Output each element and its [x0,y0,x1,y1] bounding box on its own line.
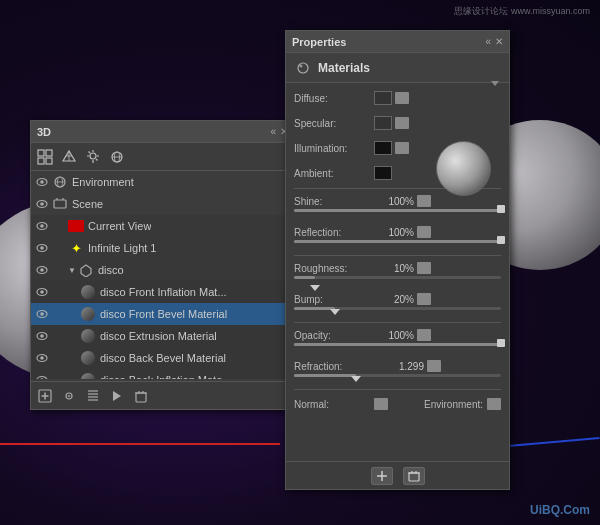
toolbar-light-icon[interactable] [85,149,101,165]
toolbar-mesh-icon[interactable] [61,149,77,165]
layer-current-view-label: Current View [88,220,151,232]
properties-close[interactable]: ✕ [495,36,503,47]
eye-disco-bi[interactable] [35,373,49,379]
properties-controls: « ✕ [485,36,503,47]
refraction-slider-track[interactable] [294,374,501,377]
toolbar-env-icon[interactable] [109,149,125,165]
diffuse-folder[interactable] [395,92,409,104]
shine-folder[interactable] [417,195,431,207]
svg-point-30 [40,246,44,250]
normal-label: Normal: [294,399,374,410]
shine-value: 100% [374,196,414,207]
eye-current-view[interactable] [35,219,49,233]
svg-point-37 [40,312,44,316]
btn-add-light[interactable] [37,388,53,404]
opacity-label: Opacity: [294,330,374,341]
environment-icon [52,174,68,190]
eye-disco-bb[interactable] [35,351,49,365]
panel-properties: Properties « ✕ Materials Diffuse: [285,30,510,490]
eye-disco[interactable] [35,263,49,277]
opacity-slider-track[interactable] [294,343,501,346]
roughness-value: 10% [374,263,414,274]
svg-marker-33 [81,265,91,277]
prop-delete-btn[interactable] [403,467,425,485]
environment-label: Environment: [424,399,483,410]
ambient-swatch[interactable] [374,166,392,180]
illumination-swatch[interactable] [374,141,392,155]
svg-line-13 [96,159,98,161]
properties-collapse[interactable]: « [485,36,491,47]
shine-slider-track[interactable] [294,209,501,212]
specular-folder[interactable] [395,117,409,129]
btn-animate[interactable] [109,388,125,404]
refraction-row: Refraction: 1.299 [294,360,501,372]
shine-section: Shine: 100% [286,193,509,218]
normal-folder[interactable] [374,398,388,410]
layer-infinite-light-1[interactable]: ✦ Infinite Light 1 [31,237,294,259]
btn-scene-settings[interactable] [61,388,77,404]
btn-mesh-settings[interactable] [85,388,101,404]
logo-watermark: UiBQ.Com [530,503,590,517]
preview-dropdown[interactable] [491,81,499,86]
svg-rect-2 [38,158,44,164]
materials-icon [294,59,312,77]
material-preview-sphere[interactable] [436,141,491,196]
eye-disco-fi[interactable] [35,285,49,299]
materials-title: Materials [318,61,370,75]
reflection-folder[interactable] [417,226,431,238]
layer-current-view[interactable]: Current View [31,215,294,237]
diffuse-label: Diffuse: [294,93,374,104]
roughness-slider-track[interactable] [294,276,501,279]
environment-folder[interactable] [487,398,501,410]
roughness-folder[interactable] [417,262,431,274]
specular-color-swatch[interactable] [374,116,392,130]
btn-delete[interactable] [133,388,149,404]
prop-add-btn[interactable] [371,467,393,485]
panel-3d-title: 3D [37,126,51,138]
opacity-value: 100% [374,330,414,341]
svg-point-41 [40,356,44,360]
layer-disco-fb-label: disco Front Bevel Material [100,308,227,320]
bump-slider-track[interactable] [294,307,501,310]
svg-marker-55 [113,391,121,401]
layer-disco-label: disco [98,264,124,276]
eye-disco-fb[interactable] [35,307,49,321]
roughness-row: Roughness: 10% [294,262,501,274]
layer-disco-fi-label: disco Front Inflation Mat... [100,286,227,298]
shine-row: Shine: 100% [294,195,501,207]
illumination-folder[interactable] [395,142,409,154]
materials-section-header: Materials [286,53,509,83]
layer-disco-back-inflation[interactable]: disco Back Inflation Mate... [31,369,294,379]
diffuse-color-swatch[interactable] [374,91,392,105]
normal-env-section: Normal: Environment: [286,394,509,414]
layer-scene[interactable]: Scene [31,193,294,215]
material-icon-1 [80,284,96,300]
svg-point-50 [68,395,70,397]
axis-red [0,443,280,445]
collapse-disco[interactable]: ▼ [68,266,76,275]
bump-folder[interactable] [417,293,431,305]
eye-infinite-light[interactable] [35,241,49,255]
reflection-row: Reflection: 100% [294,226,501,238]
layer-disco-extrusion[interactable]: disco Extrusion Material [31,325,294,347]
refraction-folder[interactable] [427,360,441,372]
layer-infinite-light-1-label: Infinite Light 1 [88,242,157,254]
opacity-row: Opacity: 100% [294,329,501,341]
eye-scene[interactable] [35,197,49,211]
toolbar-scene-icon[interactable] [37,149,53,165]
specular-row: Specular: [294,113,501,133]
refraction-value: 1.299 [374,361,424,372]
eye-disco-ex[interactable] [35,329,49,343]
svg-point-23 [40,202,44,206]
watermark: 思缘设计论坛 www.missyuan.com [454,5,590,18]
layer-disco-front-inflation[interactable]: disco Front Inflation Mat... [31,281,294,303]
layer-disco[interactable]: ▼ disco [31,259,294,281]
layer-environment[interactable]: Environment [31,171,294,193]
svg-rect-1 [46,150,52,156]
layer-disco-front-bevel[interactable]: disco Front Bevel Material [31,303,294,325]
panel-3d-collapse[interactable]: « [270,126,276,137]
reflection-slider-track[interactable] [294,240,501,243]
opacity-folder[interactable] [417,329,431,341]
layer-disco-back-bevel[interactable]: disco Back Bevel Material [31,347,294,369]
eye-environment[interactable] [35,175,49,189]
